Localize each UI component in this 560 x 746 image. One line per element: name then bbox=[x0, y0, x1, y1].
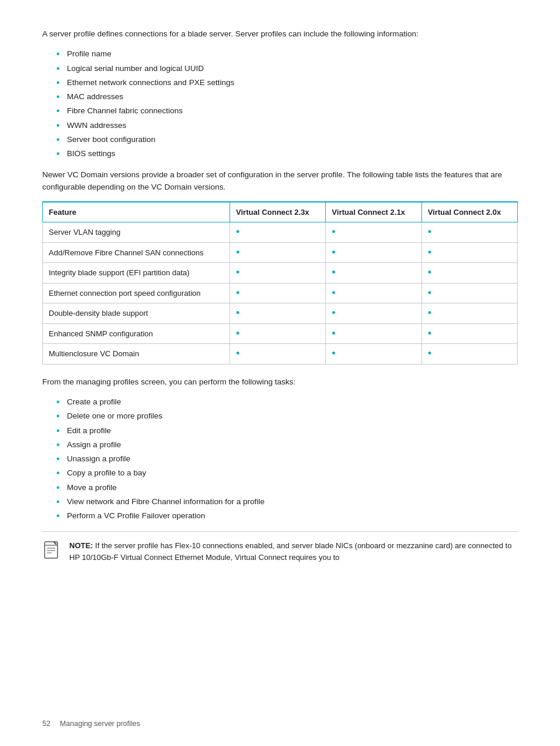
col-header-vc20: Virtual Connect 2.0x bbox=[421, 202, 517, 222]
list-item: Move a profile bbox=[56, 482, 518, 494]
list-item: Logical serial number and logical UUID bbox=[56, 63, 518, 75]
intro-paragraph: A server profile defines connections for… bbox=[42, 28, 518, 40]
feature-name: Ethernet connection port speed configura… bbox=[43, 283, 230, 303]
vc23-dot: • bbox=[230, 344, 326, 364]
vc20-dot: • bbox=[421, 344, 517, 364]
table-row: Ethernet connection port speed configura… bbox=[43, 283, 518, 303]
list-item: WWN addresses bbox=[56, 120, 518, 131]
list-item: MAC addresses bbox=[56, 91, 518, 103]
note-box: NOTE: If the server profile has Flex-10 … bbox=[42, 531, 518, 563]
vc23-dot: • bbox=[230, 222, 326, 243]
col-header-vc21: Virtual Connect 2.1x bbox=[326, 202, 421, 222]
note-label: NOTE: bbox=[69, 541, 93, 550]
table-row: Enhanced SNMP configuration • • • bbox=[43, 323, 518, 344]
note-content: NOTE: If the server profile has Flex-10 … bbox=[69, 540, 518, 563]
vc23-dot: • bbox=[230, 263, 326, 283]
table-row: Double-density blade support • • • bbox=[43, 303, 518, 324]
vc20-dot: • bbox=[421, 283, 517, 303]
profile-items-list: Profile name Logical serial number and l… bbox=[56, 48, 518, 160]
vc23-dot: • bbox=[230, 242, 326, 263]
vc21-dot: • bbox=[326, 283, 421, 303]
list-item: Delete one or more profiles bbox=[56, 410, 518, 422]
vc21-dot: • bbox=[326, 263, 421, 283]
vc21-dot: • bbox=[326, 242, 421, 263]
vc23-dot: • bbox=[230, 323, 326, 344]
list-item: Create a profile bbox=[56, 396, 518, 408]
list-item: Fibre Channel fabric connections bbox=[56, 105, 518, 117]
note-text-body: If the server profile has Flex-10 connec… bbox=[69, 541, 512, 562]
list-item: Unassign a profile bbox=[56, 453, 518, 465]
list-item: Perform a VC Profile Failover operation bbox=[56, 510, 518, 522]
list-item: Server boot configuration bbox=[56, 134, 518, 146]
features-table: Feature Virtual Connect 2.3x Virtual Con… bbox=[42, 201, 518, 364]
feature-name: Integrity blade support (EFI partition d… bbox=[43, 263, 230, 283]
list-item: Ethernet network connections and PXE set… bbox=[56, 77, 518, 89]
table-row: Multienclosure VC Domain • • • bbox=[43, 344, 518, 364]
vc21-dot: • bbox=[326, 222, 421, 243]
vc20-dot: • bbox=[421, 242, 517, 263]
vc20-dot: • bbox=[421, 222, 517, 243]
table-row: Server VLAN tagging • • • bbox=[43, 222, 518, 243]
tasks-list: Create a profile Delete one or more prof… bbox=[56, 396, 518, 522]
table-row: Integrity blade support (EFI partition d… bbox=[43, 263, 518, 283]
table-row: Add/Remove Fibre Channel SAN connections… bbox=[43, 242, 518, 263]
vc21-dot: • bbox=[326, 344, 421, 364]
feature-name: Add/Remove Fibre Channel SAN connections bbox=[43, 242, 230, 263]
feature-name: Server VLAN tagging bbox=[43, 222, 230, 243]
list-item: BIOS settings bbox=[56, 148, 518, 160]
tasks-intro-paragraph: From the managing profiles screen, you c… bbox=[42, 376, 518, 388]
vc20-dot: • bbox=[421, 323, 517, 344]
feature-name: Multienclosure VC Domain bbox=[43, 344, 230, 364]
vc20-dot: • bbox=[421, 303, 517, 324]
list-item: Edit a profile bbox=[56, 425, 518, 437]
list-item: Profile name bbox=[56, 48, 518, 60]
list-item: Assign a profile bbox=[56, 439, 518, 451]
vc23-dot: • bbox=[230, 283, 326, 303]
col-header-feature: Feature bbox=[43, 202, 230, 222]
vc20-dot: • bbox=[421, 263, 517, 283]
vc21-dot: • bbox=[326, 323, 421, 344]
col-header-vc23: Virtual Connect 2.3x bbox=[230, 202, 326, 222]
list-item: View network and Fibre Channel informati… bbox=[56, 496, 518, 508]
table-intro-paragraph: Newer VC Domain versions provide a broad… bbox=[42, 169, 518, 193]
vc23-dot: • bbox=[230, 303, 326, 324]
list-item: Copy a profile to a bay bbox=[56, 467, 518, 479]
feature-name: Double-density blade support bbox=[43, 303, 230, 324]
vc21-dot: • bbox=[326, 303, 421, 324]
feature-name: Enhanced SNMP configuration bbox=[43, 323, 230, 344]
note-icon bbox=[42, 541, 63, 563]
